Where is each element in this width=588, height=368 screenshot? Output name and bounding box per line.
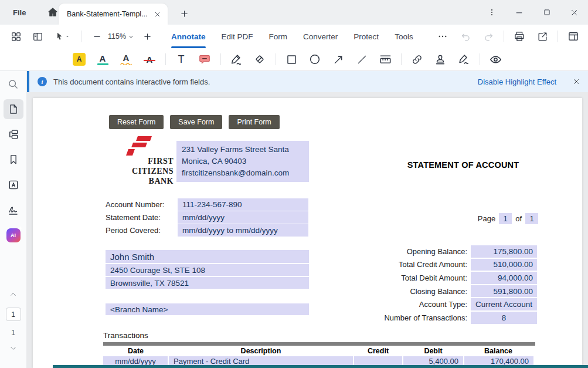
- minimize-button[interactable]: [505, 0, 533, 25]
- strikethrough-tool[interactable]: A: [142, 52, 157, 67]
- tab-tools[interactable]: Tools: [395, 25, 413, 48]
- save-form-button[interactable]: Save Form: [170, 115, 222, 129]
- total-debit-field[interactable]: 94,000.00: [471, 272, 537, 284]
- highlight-tool[interactable]: A: [72, 52, 87, 67]
- tab-edit-pdf[interactable]: Edit PDF: [222, 25, 253, 48]
- cursor-icon: [54, 31, 64, 42]
- tab-protect[interactable]: Protect: [354, 25, 379, 48]
- ai-icon: AI ✦: [6, 228, 21, 242]
- ai-badge-label: AI: [11, 232, 16, 238]
- highlight-icon: A: [73, 53, 86, 66]
- disable-highlight-link[interactable]: Disable Highlight Effect: [478, 77, 556, 86]
- select-tool-button[interactable]: [51, 29, 73, 44]
- tab-converter[interactable]: Converter: [303, 25, 338, 48]
- tab-close-icon[interactable]: [151, 8, 163, 20]
- page-total-field[interactable]: 1: [525, 213, 538, 224]
- customer-address1-field[interactable]: 2450 Courage St, STE 108: [106, 264, 309, 276]
- col-credit: Credit: [354, 347, 403, 355]
- underline-tool[interactable]: A: [95, 52, 110, 67]
- thumbnail-grid-button[interactable]: [8, 29, 23, 44]
- transactions-count-field[interactable]: 8: [471, 312, 537, 324]
- toolbar-right-group: [435, 25, 581, 48]
- transactions-header-row: Date Description Credit Debit Balance: [103, 346, 535, 356]
- signatures-panel-button[interactable]: [4, 200, 23, 220]
- comment-tool[interactable]: [197, 52, 212, 67]
- period-covered-field[interactable]: mm/dd/yyyy to mm/dd/yyyy: [178, 224, 308, 237]
- branch-name-field[interactable]: <Branch Name>: [106, 303, 309, 315]
- reset-form-button[interactable]: Reset Form: [109, 115, 164, 129]
- account-number-field[interactable]: 111-234-567-890: [178, 198, 308, 211]
- tab-form[interactable]: Form: [269, 25, 288, 48]
- stamp-tool[interactable]: [433, 52, 448, 67]
- zoom-level-select[interactable]: 115%: [104, 32, 135, 40]
- page-current-field[interactable]: 1: [499, 213, 512, 224]
- search-panel-button[interactable]: [4, 74, 23, 94]
- account-type-field[interactable]: Current Account: [471, 298, 537, 310]
- outline-panel-button[interactable]: [4, 124, 23, 144]
- print-button[interactable]: [512, 29, 527, 44]
- account-fields: Account Number: 111-234-567-890 Statemen…: [106, 198, 308, 237]
- horizontal-scrollbar-thumb[interactable]: [53, 365, 588, 368]
- summary-row: Account Type: Current Account: [294, 298, 537, 310]
- summary-row: Opening Balance: 175,800.00: [294, 245, 537, 258]
- closing-balance-field[interactable]: 591,800.00: [471, 285, 537, 298]
- thumbnails-panel-button[interactable]: [4, 99, 23, 119]
- zoom-in-button[interactable]: [140, 29, 155, 44]
- customer-address2-field[interactable]: Brownsville, TX 78521: [106, 277, 309, 289]
- pencil-tool[interactable]: [229, 52, 244, 67]
- more-menu-button[interactable]: [478, 0, 505, 25]
- print-form-button[interactable]: Print Form: [229, 115, 279, 129]
- link-tool[interactable]: [409, 52, 424, 67]
- more-tools-button[interactable]: [435, 29, 450, 44]
- customer-name-field[interactable]: John Smith: [106, 250, 309, 263]
- bookmarks-panel-button[interactable]: [4, 150, 23, 170]
- page-thumbnail-icon: [8, 103, 19, 115]
- tab-converter-label: Converter: [303, 32, 338, 41]
- document-tab[interactable]: Bank-Statement-Templ...: [59, 4, 168, 25]
- redo-button[interactable]: [481, 29, 496, 44]
- arrow-tool[interactable]: [331, 52, 346, 67]
- printer-icon: [514, 31, 525, 42]
- infobar-close-icon[interactable]: [572, 77, 580, 86]
- file-menu[interactable]: File: [13, 8, 26, 17]
- chevron-up-icon[interactable]: [9, 290, 18, 299]
- add-text-tool[interactable]: T: [174, 52, 189, 67]
- squiggly-tool[interactable]: A: [118, 52, 134, 67]
- total-credit-label: Total Credit Amount:: [294, 260, 467, 269]
- close-button[interactable]: [560, 0, 588, 25]
- toolbar-separator: [220, 53, 221, 65]
- squiggly-icon: A: [123, 53, 130, 62]
- bank-address-field[interactable]: 231 Valley Farms Street Santa Monica, CA…: [176, 141, 309, 182]
- line-tool[interactable]: [354, 52, 369, 67]
- bookmark-icon: [8, 154, 19, 166]
- tab-annotate[interactable]: Annotate: [171, 25, 206, 48]
- ai-assistant-button[interactable]: AI ✦: [4, 225, 23, 245]
- outline-tree-icon: [8, 129, 19, 140]
- new-tab-button[interactable]: [176, 5, 192, 22]
- panel-view-button[interactable]: [30, 29, 45, 44]
- signature-tool[interactable]: [456, 52, 471, 67]
- logo-text-line2: Citizens: [119, 166, 174, 176]
- undo-button[interactable]: [458, 29, 473, 44]
- summary-row: Closing Balance: 591,800.00: [294, 285, 537, 298]
- ellipse-tool[interactable]: [307, 52, 322, 67]
- plus-icon: [143, 32, 152, 41]
- toolbar-separator: [558, 31, 558, 42]
- statement-date-field[interactable]: mm/dd/yyyy: [178, 211, 308, 224]
- rectangle-tool[interactable]: [284, 52, 299, 67]
- show-annotations-tool[interactable]: [488, 52, 503, 67]
- annotations-panel-button[interactable]: [4, 175, 23, 195]
- measure-tool[interactable]: [378, 52, 393, 67]
- zoom-out-button[interactable]: [89, 29, 104, 44]
- eraser-tool[interactable]: [252, 52, 267, 67]
- maximize-button[interactable]: [533, 0, 560, 25]
- share-button[interactable]: [535, 29, 550, 44]
- chevron-down-icon[interactable]: [9, 344, 18, 353]
- total-credit-field[interactable]: 510,000.00: [471, 259, 537, 271]
- layout-button[interactable]: [566, 29, 581, 44]
- current-page-input[interactable]: 1: [6, 308, 21, 321]
- statement-title: STATEMENT OF ACCOUNT: [358, 160, 569, 170]
- summary-row: Total Credit Amount: 510,000.00: [294, 259, 537, 271]
- opening-balance-field[interactable]: 175,800.00: [471, 245, 537, 258]
- ribbon-menu: Annotate Edit PDF Form Converter Protect…: [171, 25, 413, 48]
